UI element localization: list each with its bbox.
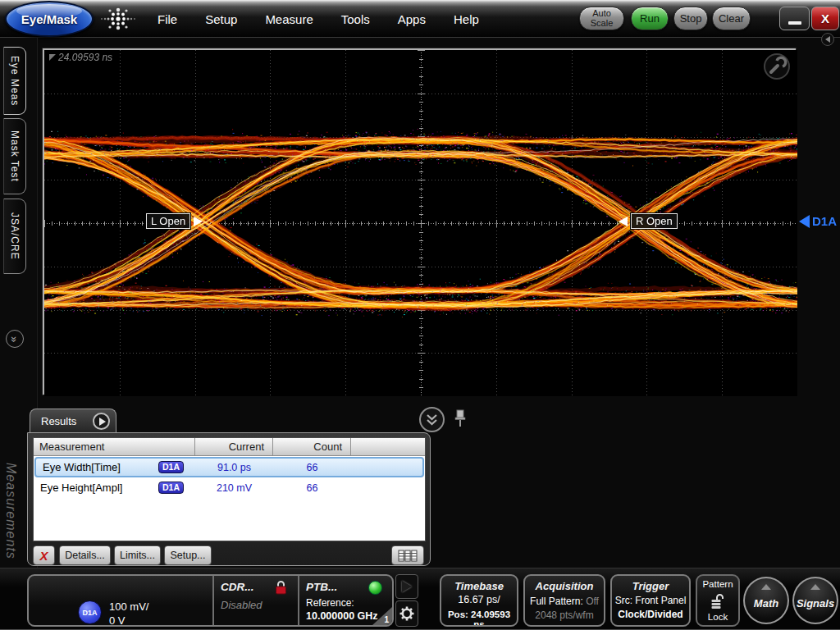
column-spacer <box>351 438 425 455</box>
ptb-section[interactable]: PTB... Reference: 10.000000 GHz 1 <box>298 576 392 625</box>
channel-offset: 0 V <box>109 614 126 627</box>
results-table: Measurement Current Count Eye Width[Time… <box>33 437 426 541</box>
minimize-button[interactable] <box>779 7 810 30</box>
readout-triangle-icon <box>49 54 56 61</box>
app-mode-button[interactable]: Eye/Mask <box>5 1 94 37</box>
results-run-button[interactable] <box>93 413 110 430</box>
reference-value: 10.000000 GHz <box>306 610 378 622</box>
sidebar-tab-jsa-cre[interactable]: JSA/CRE <box>3 199 26 274</box>
locked-icon <box>274 580 288 596</box>
pattern-lock-button[interactable]: Pattern Lock <box>696 574 740 627</box>
pin-icon <box>453 409 468 430</box>
waveform-display: 24.09593 ns L Open R Open <box>43 48 796 395</box>
results-panel: Measurement Current Count Eye Width[Time… <box>27 432 431 566</box>
menu-setup[interactable]: Setup <box>205 12 237 26</box>
results-collapse-button[interactable] <box>419 407 445 432</box>
results-toolbar: X Details... Limits... Setup... <box>33 546 426 565</box>
delete-measurement-button[interactable]: X <box>33 546 55 565</box>
display-setup-button[interactable] <box>764 53 790 80</box>
clear-button[interactable]: Clear <box>712 7 751 30</box>
limits-button[interactable]: Limits... <box>114 546 161 565</box>
status-bar: D1A 100 mV/ 0 V CDR... Disabled PTB... R… <box>0 568 840 630</box>
menu-apps[interactable]: Apps <box>398 12 426 26</box>
arrow-right-icon <box>194 217 203 226</box>
setup-button[interactable]: Setup... <box>164 546 212 565</box>
math-button[interactable]: Math <box>743 577 789 624</box>
close-icon: X <box>821 11 829 25</box>
unlocked-icon <box>710 593 728 609</box>
timebase-position: Pos: 24.09593 ns <box>441 609 517 627</box>
application-window: Eye/Mask File Setup Measure Tools App <box>0 0 840 630</box>
corner-flag-icon <box>372 607 392 625</box>
chevron-double-down-icon <box>421 409 443 431</box>
column-count[interactable]: Count <box>273 438 351 455</box>
results-pin-button[interactable] <box>453 409 468 433</box>
measurements-panel-label: Measurements <box>3 463 18 559</box>
minimize-icon <box>788 21 801 25</box>
trigger-mode: Clock/Divided <box>612 609 689 620</box>
pattern-value: Off <box>586 596 599 607</box>
channel-scale: 100 mV/ <box>109 600 148 613</box>
signals-button[interactable]: Signals <box>792 577 838 624</box>
menu-help[interactable]: Help <box>454 12 479 26</box>
menu-tools[interactable]: Tools <box>341 12 370 26</box>
details-button[interactable]: Details... <box>59 546 111 565</box>
results-tab[interactable]: Results <box>30 409 116 433</box>
column-measurement[interactable]: Measurement <box>34 438 195 455</box>
trigger-source: Src: Front Panel <box>612 595 689 606</box>
cdr-status: Disabled <box>221 599 262 611</box>
gear-icon <box>398 605 416 623</box>
status-led-icon <box>368 581 382 595</box>
menu-measure[interactable]: Measure <box>265 12 313 26</box>
triangle-up-icon <box>761 584 771 590</box>
wrench-icon <box>765 55 788 78</box>
collapse-left-icon <box>825 36 830 43</box>
brand-spark-icon <box>100 3 136 34</box>
expand-play-button[interactable] <box>395 574 418 599</box>
right-open-marker[interactable]: R Open <box>619 213 678 229</box>
source-badge: D1A <box>158 482 184 495</box>
sidebar-more-button[interactable]: » <box>6 330 24 348</box>
source-badge: D1A <box>158 461 184 474</box>
play-outline-icon <box>402 581 412 592</box>
autoscale-button[interactable]: Auto Scale <box>579 7 624 30</box>
results-table-header: Measurement Current Count <box>34 438 425 456</box>
corner-number: 1 <box>384 615 389 624</box>
close-button[interactable]: X <box>811 7 839 30</box>
panel-collapse-button[interactable] <box>821 33 834 46</box>
titlebar: Eye/Mask File Setup Measure Tools App <box>0 0 840 38</box>
acquisition-points: 2048 pts/wfm <box>525 609 604 621</box>
triangle-up-icon <box>810 584 820 590</box>
stop-button[interactable]: Stop <box>673 7 708 30</box>
trigger-panel[interactable]: Trigger Src: Front Panel Clock/Divided <box>610 574 691 627</box>
channel-badge: D1A <box>78 600 102 624</box>
run-button[interactable]: Run <box>631 7 669 30</box>
timebase-panel[interactable]: Timebase 16.67 ps/ Pos: 24.09593 ns <box>440 574 518 627</box>
acquisition-panel[interactable]: Acquisition Full Pattern: Off 2048 pts/w… <box>523 574 605 627</box>
table-row[interactable]: Eye Height[Ampl] D1A 210 mV 66 <box>34 477 425 498</box>
channel-triangle-icon <box>799 215 810 228</box>
app-mode-label: Eye/Mask <box>21 12 77 26</box>
cdr-section[interactable]: CDR... Disabled <box>212 576 298 625</box>
sidebar-tab-eye-meas[interactable]: Eye Meas <box>3 47 26 115</box>
table-grid-icon <box>398 550 418 562</box>
menu-file[interactable]: File <box>158 12 177 26</box>
settings-button[interactable] <box>395 600 418 627</box>
play-icon <box>99 418 106 426</box>
channel-status-panel[interactable]: D1A 100 mV/ 0 V CDR... Disabled PTB... R… <box>27 574 394 627</box>
channel-scale-section[interactable]: D1A 100 mV/ 0 V <box>29 576 212 625</box>
channel-level-marker[interactable]: D1A <box>799 214 837 228</box>
table-row[interactable]: Eye Width[Time] D1A 91.0 ps 66 <box>34 457 424 477</box>
left-open-marker[interactable]: L Open <box>146 213 203 229</box>
table-view-button[interactable] <box>391 546 424 565</box>
delete-x-icon: X <box>39 549 48 563</box>
chevron-more-icon: » <box>8 336 21 341</box>
reference-label: Reference: <box>306 597 354 609</box>
pattern-label: Full Pattern: <box>530 596 583 607</box>
timebase-scale: 16.67 ps/ <box>441 594 517 605</box>
timebase-position-readout: 24.09593 ns <box>49 52 112 63</box>
arrow-left-icon <box>619 217 628 226</box>
menubar: File Setup Measure Tools Apps Help <box>158 0 479 38</box>
sidebar-tab-mask-test[interactable]: Mask Test <box>3 118 26 194</box>
column-current[interactable]: Current <box>195 438 273 455</box>
